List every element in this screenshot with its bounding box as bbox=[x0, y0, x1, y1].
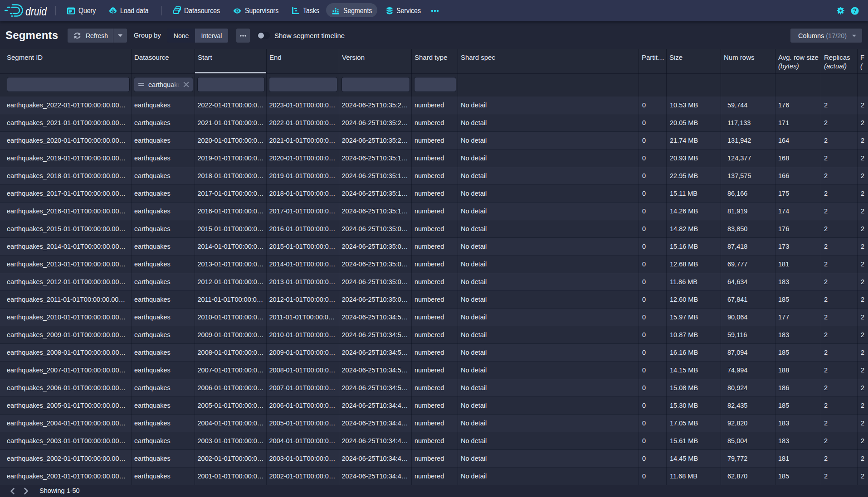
svg-text:?: ? bbox=[853, 8, 857, 14]
svg-text:druid: druid bbox=[25, 5, 47, 18]
